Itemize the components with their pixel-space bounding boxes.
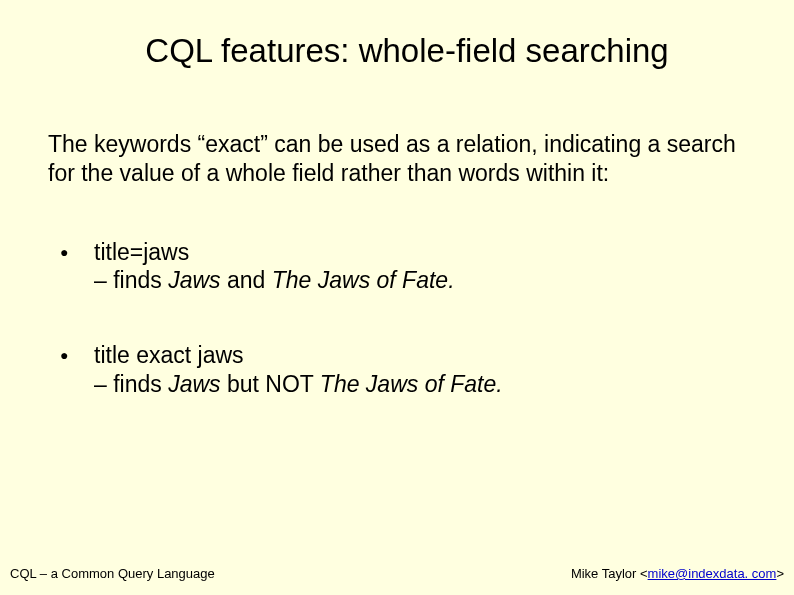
bullet-icon: ● xyxy=(60,347,68,365)
example-result: – finds Jaws and The Jaws of Fate. xyxy=(94,266,746,295)
result-italic: The Jaws of Fate. xyxy=(320,371,503,397)
result-text: – finds xyxy=(94,267,168,293)
slide-title: CQL features: whole-field searching xyxy=(60,0,754,80)
result-text: and xyxy=(221,267,272,293)
bullet-icon: ● xyxy=(60,244,68,262)
footer-author: Mike Taylor < xyxy=(571,566,648,581)
result-italic: Jaws xyxy=(168,371,220,397)
example-list: ● title=jaws – finds Jaws and The Jaws o… xyxy=(48,238,746,399)
intro-paragraph: The keywords “exact” can be used as a re… xyxy=(48,130,746,188)
result-italic: The Jaws of Fate. xyxy=(272,267,455,293)
result-text: – finds xyxy=(94,371,168,397)
list-item: ● title exact jaws – finds Jaws but NOT … xyxy=(48,341,746,399)
result-italic: Jaws xyxy=(168,267,220,293)
list-item: ● title=jaws – finds Jaws and The Jaws o… xyxy=(48,238,746,296)
footer-left: CQL – a Common Query Language xyxy=(10,566,215,581)
footer-email-link[interactable]: mike@indexdata. com xyxy=(648,566,777,581)
example-result: – finds Jaws but NOT The Jaws of Fate. xyxy=(94,370,746,399)
example-query: title=jaws xyxy=(94,239,189,265)
footer-text: > xyxy=(776,566,784,581)
example-query: title exact jaws xyxy=(94,342,244,368)
slide-footer: CQL – a Common Query Language Mike Taylo… xyxy=(10,566,784,581)
footer-right: Mike Taylor <mike@indexdata. com> xyxy=(571,566,784,581)
slide-content: The keywords “exact” can be used as a re… xyxy=(0,80,794,399)
result-text: but NOT xyxy=(221,371,320,397)
